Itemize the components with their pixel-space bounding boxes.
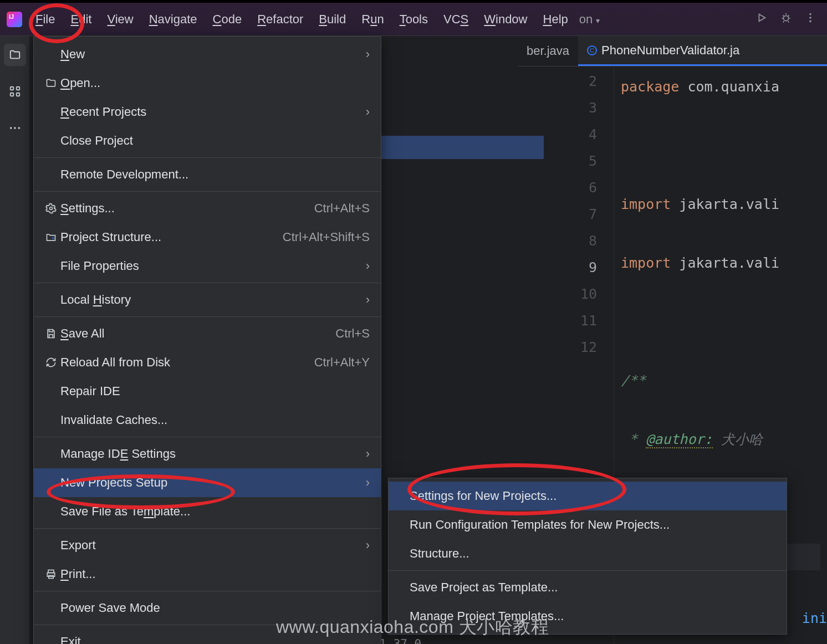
menu-vcs[interactable]: VCS: [436, 9, 476, 30]
print-icon: [42, 569, 60, 580]
menubar: File Edit View Navigate Code Refactor Bu…: [0, 3, 827, 36]
menu-exit[interactable]: Exit: [34, 627, 381, 644]
svg-rect-5: [10, 93, 13, 96]
submenu-manage-project-templates[interactable]: Manage Project Templates...: [389, 602, 787, 631]
menu-edit[interactable]: Edit: [63, 9, 99, 30]
menu-refactor[interactable]: Refactor: [249, 9, 311, 30]
more-tool-button[interactable]: [4, 117, 26, 139]
menu-reload[interactable]: Reload All from DiskCtrl+Alt+Y: [34, 348, 381, 377]
menu-settings[interactable]: Settings...Ctrl+Alt+S: [34, 194, 381, 223]
menu-repair-ide[interactable]: Repair IDE: [34, 377, 381, 406]
svg-rect-6: [16, 87, 19, 90]
menu-file-properties[interactable]: File Properties›: [34, 252, 381, 280]
svg-point-9: [14, 127, 16, 129]
menu-close-project[interactable]: Close Project: [34, 126, 381, 155]
svg-point-3: [809, 20, 811, 22]
intellij-icon: [7, 12, 22, 27]
submenu-save-project-as-template[interactable]: Save Project as Template...: [389, 573, 787, 602]
menu-new[interactable]: New›: [34, 40, 381, 69]
menu-save-file-as-template[interactable]: Save File as Template...: [34, 497, 381, 526]
menu-recent-projects[interactable]: Recent Projects›: [34, 98, 381, 126]
menu-build[interactable]: Build: [311, 9, 354, 30]
svg-point-0: [783, 16, 788, 21]
debug-button[interactable]: [774, 12, 798, 27]
submenu-settings-for-new-projects[interactable]: Settings for New Projects...: [389, 482, 787, 510]
tab-file-2[interactable]: CPhoneNumberValidator.ja: [578, 36, 827, 66]
svg-rect-7: [16, 93, 19, 96]
menu-overflow[interactable]: on ▾: [576, 9, 604, 30]
menu-navigate[interactable]: Navigate: [141, 9, 205, 30]
menu-view[interactable]: View: [99, 9, 141, 30]
menu-manage-ide-settings[interactable]: Manage IDE Settings›: [34, 439, 381, 468]
structure-tool-button[interactable]: [4, 80, 26, 103]
menu-tools[interactable]: Tools: [392, 9, 436, 30]
menu-help[interactable]: Help: [535, 9, 576, 30]
menu-local-history[interactable]: Local History›: [34, 285, 381, 314]
tab-file-1[interactable]: ber.java: [518, 36, 578, 66]
editor-tabs: ber.java CPhoneNumberValidator.ja: [518, 36, 827, 67]
svg-point-8: [9, 127, 12, 129]
file-menu-dropdown: New› Open... Recent Projects› Close Proj…: [33, 36, 381, 644]
run-button[interactable]: [749, 12, 774, 27]
menu-file[interactable]: File: [28, 9, 63, 30]
more-button[interactable]: [798, 12, 823, 27]
menu-power-save-mode[interactable]: Power Save Mode: [34, 594, 381, 622]
menu-export[interactable]: Export›: [34, 531, 381, 560]
gear-icon: [42, 203, 60, 214]
code-fragment-ini: ini: [802, 610, 827, 626]
svg-point-11: [50, 207, 53, 210]
menu-run[interactable]: Run: [354, 9, 391, 30]
svg-rect-4: [10, 87, 13, 90]
svg-point-2: [809, 17, 811, 19]
tool-window-rail: [0, 36, 30, 644]
submenu-run-config-templates[interactable]: Run Configuration Templates for New Proj…: [389, 510, 787, 539]
new-projects-setup-submenu: Settings for New Projects... Run Configu…: [388, 478, 787, 635]
menu-code[interactable]: Code: [205, 9, 250, 30]
structure-icon: [42, 232, 60, 243]
menu-save-all[interactable]: Save AllCtrl+S: [34, 319, 381, 348]
save-icon: [42, 328, 60, 339]
submenu-structure[interactable]: Structure...: [389, 539, 787, 568]
class-icon: C: [587, 45, 597, 55]
project-tool-button[interactable]: [4, 44, 26, 66]
menu-invalidate-caches[interactable]: Invalidate Caches...: [34, 406, 381, 435]
menu-remote-dev[interactable]: Remote Development...: [34, 160, 381, 189]
menu-print[interactable]: Print...: [34, 560, 381, 589]
menu-open[interactable]: Open...: [34, 69, 381, 98]
menu-project-structure[interactable]: Project Structure...Ctrl+Alt+Shift+S: [34, 223, 381, 252]
menu-window[interactable]: Window: [476, 9, 535, 30]
menu-new-projects-setup[interactable]: New Projects Setup›: [34, 468, 381, 497]
svg-point-10: [18, 127, 20, 129]
svg-point-1: [809, 13, 811, 15]
reload-icon: [42, 357, 60, 368]
